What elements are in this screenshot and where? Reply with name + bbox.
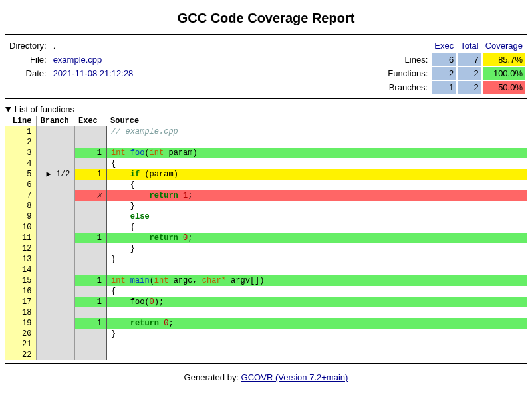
source-cell: // example.cpp bbox=[106, 126, 527, 137]
funcs-total: 2 bbox=[458, 67, 481, 80]
source-cell: return 0; bbox=[106, 233, 527, 243]
source-line: 22 bbox=[5, 350, 527, 360]
branch-cell bbox=[36, 275, 74, 286]
file-link[interactable]: example.cpp bbox=[53, 55, 102, 65]
line-number: 20 bbox=[5, 329, 36, 339]
exec-cell bbox=[74, 350, 106, 360]
functions-summary-label: List of functions bbox=[15, 104, 74, 114]
source-cell: } bbox=[106, 243, 527, 254]
branch-cell bbox=[36, 339, 74, 350]
branch-cell bbox=[36, 329, 74, 339]
footer-label: Generated by: bbox=[184, 372, 241, 382]
source-line: 14 bbox=[5, 265, 527, 275]
source-cell: { bbox=[106, 180, 527, 190]
exec-cell bbox=[74, 286, 106, 297]
source-table: Line Branch Exec Source 1// example.cpp2… bbox=[5, 116, 527, 360]
exec-cell bbox=[74, 158, 106, 169]
source-line: 2 bbox=[5, 137, 527, 148]
source-line: 191 return 0; bbox=[5, 318, 527, 329]
source-line: 12 } bbox=[5, 243, 527, 254]
cov-header-coverage: Coverage bbox=[483, 39, 525, 52]
source-line: 1// example.cpp bbox=[5, 126, 527, 137]
line-number: 9 bbox=[5, 211, 36, 222]
divider bbox=[5, 34, 527, 35]
source-line: 10 { bbox=[5, 222, 527, 233]
page-title: GCC Code Coverage Report bbox=[5, 11, 527, 26]
line-number: 4 bbox=[5, 158, 36, 169]
source-cell: { bbox=[106, 222, 527, 233]
line-number: 5 bbox=[5, 169, 36, 180]
line-number: 8 bbox=[5, 201, 36, 211]
lines-pct: 85.7% bbox=[483, 53, 525, 66]
source-line: 31int foo(int param) bbox=[5, 148, 527, 158]
branches-label: Branches: bbox=[385, 81, 430, 94]
summary-table: Directory: . Exec Total Coverage File: e… bbox=[5, 38, 527, 95]
line-number: 18 bbox=[5, 307, 36, 318]
source-cell: int main(int argc, char* argv[]) bbox=[106, 275, 527, 286]
funcs-pct: 100.0% bbox=[483, 67, 525, 80]
branch-cell bbox=[36, 254, 74, 265]
exec-cell: 1 bbox=[74, 169, 106, 180]
exec-cell: 1 bbox=[74, 233, 106, 243]
source-line: 18 bbox=[5, 307, 527, 318]
exec-cell bbox=[74, 222, 106, 233]
lines-label: Lines: bbox=[385, 53, 430, 66]
exec-cell bbox=[74, 265, 106, 275]
functions-summary[interactable]: List of functions bbox=[5, 103, 527, 116]
exec-cell bbox=[74, 126, 106, 137]
branch-cell bbox=[36, 148, 74, 158]
line-number: 16 bbox=[5, 286, 36, 297]
branch-cell bbox=[36, 307, 74, 318]
col-exec: Exec bbox=[74, 116, 106, 126]
exec-cell: 1 bbox=[74, 297, 106, 307]
source-line: 16{ bbox=[5, 286, 527, 297]
line-number: 22 bbox=[5, 350, 36, 360]
source-line: 21 bbox=[5, 339, 527, 350]
source-line: 7✗ return 1; bbox=[5, 190, 527, 201]
branch-cell bbox=[36, 318, 74, 329]
source-cell: else bbox=[106, 211, 527, 222]
source-line: 111 return 0; bbox=[5, 233, 527, 243]
line-number: 6 bbox=[5, 180, 36, 190]
functions-disclosure[interactable]: List of functions bbox=[5, 103, 527, 116]
gcovr-link[interactable]: GCOVR (Version 7.2+main) bbox=[241, 372, 348, 382]
line-number: 10 bbox=[5, 222, 36, 233]
lines-total: 7 bbox=[458, 53, 481, 66]
line-number: 11 bbox=[5, 233, 36, 243]
line-number: 7 bbox=[5, 190, 36, 201]
source-line: 6 { bbox=[5, 180, 527, 190]
directory-value: . bbox=[51, 39, 136, 52]
branch-cell bbox=[36, 286, 74, 297]
col-source: Source bbox=[106, 116, 527, 126]
date-label: Date: bbox=[7, 67, 49, 80]
exec-cell: 1 bbox=[74, 318, 106, 329]
branch-cell bbox=[36, 201, 74, 211]
source-cell bbox=[106, 265, 527, 275]
source-line: 4{ bbox=[5, 158, 527, 169]
branch-cell bbox=[36, 243, 74, 254]
source-line: 8 } bbox=[5, 201, 527, 211]
source-line: 151int main(int argc, char* argv[]) bbox=[5, 275, 527, 286]
line-number: 14 bbox=[5, 265, 36, 275]
source-cell bbox=[106, 339, 527, 350]
source-cell: int foo(int param) bbox=[106, 148, 527, 158]
source-line: 5▶ 1/21 if (param) bbox=[5, 169, 527, 180]
source-cell bbox=[106, 350, 527, 360]
funcs-exec: 2 bbox=[432, 67, 456, 80]
source-cell: { bbox=[106, 158, 527, 169]
line-number: 3 bbox=[5, 148, 36, 158]
source-line: 20} bbox=[5, 329, 527, 339]
branch-cell bbox=[36, 126, 74, 137]
source-cell: } bbox=[106, 201, 527, 211]
exec-cell bbox=[74, 211, 106, 222]
line-number: 2 bbox=[5, 137, 36, 148]
source-cell bbox=[106, 137, 527, 148]
source-cell: if (param) bbox=[106, 169, 527, 180]
line-number: 17 bbox=[5, 297, 36, 307]
exec-cell: 1 bbox=[74, 275, 106, 286]
branch-cell bbox=[36, 137, 74, 148]
exec-cell bbox=[74, 180, 106, 190]
branches-pct: 50.0% bbox=[483, 81, 525, 94]
line-number: 1 bbox=[5, 126, 36, 137]
source-cell: return 1; bbox=[106, 190, 527, 201]
